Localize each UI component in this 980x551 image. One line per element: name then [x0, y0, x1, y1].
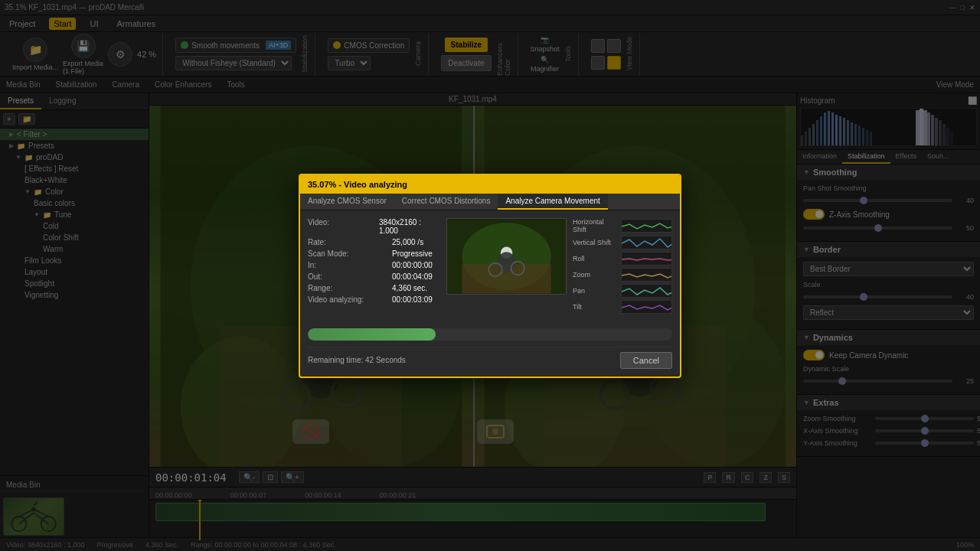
chart-roll: Roll	[573, 252, 672, 266]
chart-tilt-graph	[621, 300, 672, 314]
chart-pan-label: Pan	[573, 287, 618, 295]
modal-rate-label: Rate:	[308, 238, 392, 246]
chart-hs-label: Horizontal Shift	[573, 218, 618, 233]
modal-scan-row: Scan Mode: Progressive	[308, 249, 433, 258]
svg-point-67	[498, 252, 515, 272]
modal-tab-camera-movement[interactable]: Analyze Camera Movement	[498, 194, 607, 210]
modal-in-row: In: 00:00:00:00	[308, 261, 433, 269]
modal-analyzing-label: Video analyzing:	[308, 295, 392, 304]
modal-video-label: Video:	[308, 218, 379, 235]
modal-video-value: 3840x2160 : 1.000	[379, 218, 433, 235]
modal-video-row: Video: 3840x2160 : 1.000	[308, 218, 433, 235]
progress-bar-fill	[308, 328, 436, 341]
modal-in-value: 00:00:00:00	[392, 261, 433, 269]
modal-range-label: Range:	[308, 284, 392, 292]
modal-charts-column: Horizontal Shift Vertical Shift	[573, 218, 672, 316]
modal-analyzing-row: Video analyzing: 00:00:03:09	[308, 295, 433, 304]
chart-hs-graph	[621, 219, 672, 233]
modal-rate-value: 25,000 /s	[392, 238, 423, 246]
modal-tab-cmos-sensor[interactable]: Analyze CMOS Sensor	[300, 194, 394, 210]
chart-vs-label: Vertical Shift	[573, 239, 618, 246]
chart-roll-graph	[621, 252, 672, 266]
modal-titlebar: 35.07% - Video analyzing	[300, 175, 680, 194]
chart-roll-label: Roll	[573, 255, 618, 262]
modal-tabs: Analyze CMOS Sensor Correct CMOS Distort…	[300, 194, 680, 210]
modal-tab-cmos-distortions[interactable]: Correct CMOS Distortions	[394, 194, 498, 210]
modal-rate-row: Rate: 25,000 /s	[308, 238, 433, 246]
modal-analyzing-value: 00:00:03:09	[392, 295, 433, 304]
chart-zoom-label: Zoom	[573, 271, 618, 279]
modal-progress-area	[308, 328, 672, 341]
modal-preview-thumb	[446, 218, 567, 295]
chart-tilt-label: Tilt	[573, 303, 618, 311]
modal-content: Video: 3840x2160 : 1.000 Rate: 25,000 /s…	[308, 218, 672, 322]
modal-body: Video: 3840x2160 : 1.000 Rate: 25,000 /s…	[300, 210, 680, 377]
modal-range-value: 4,360 sec.	[392, 284, 427, 292]
modal-info-column: Video: 3840x2160 : 1.000 Rate: 25,000 /s…	[308, 218, 433, 322]
modal-scan-value: Progressive	[392, 249, 433, 258]
modal-footer: Remaining time: 42 Seconds Cancel	[308, 347, 672, 369]
modal-range-row: Range: 4,360 sec.	[308, 284, 433, 292]
chart-horizontal-shift: Horizontal Shift	[573, 218, 672, 233]
modal-in-label: In:	[308, 261, 392, 269]
chart-vs-graph	[621, 236, 672, 249]
modal-overlay: 35.07% - Video analyzing Analyze CMOS Se…	[0, 0, 980, 551]
modal-out-label: Out:	[308, 272, 392, 281]
modal-scan-label: Scan Mode:	[308, 249, 392, 258]
modal-dialog: 35.07% - Video analyzing Analyze CMOS Se…	[299, 174, 681, 378]
chart-zoom-graph	[621, 268, 672, 282]
chart-zoom: Zoom	[573, 268, 672, 282]
cancel-button[interactable]: Cancel	[620, 352, 672, 369]
chart-pan: Pan	[573, 284, 672, 298]
chart-tilt: Tilt	[573, 300, 672, 314]
chart-vertical-shift: Vertical Shift	[573, 236, 672, 249]
remaining-time-label: Remaining time: 42 Seconds	[308, 356, 406, 364]
modal-out-value: 00:00:04:09	[392, 272, 433, 281]
chart-pan-graph	[621, 284, 672, 298]
modal-out-row: Out: 00:00:04:09	[308, 272, 433, 281]
progress-bar-container	[308, 328, 672, 341]
